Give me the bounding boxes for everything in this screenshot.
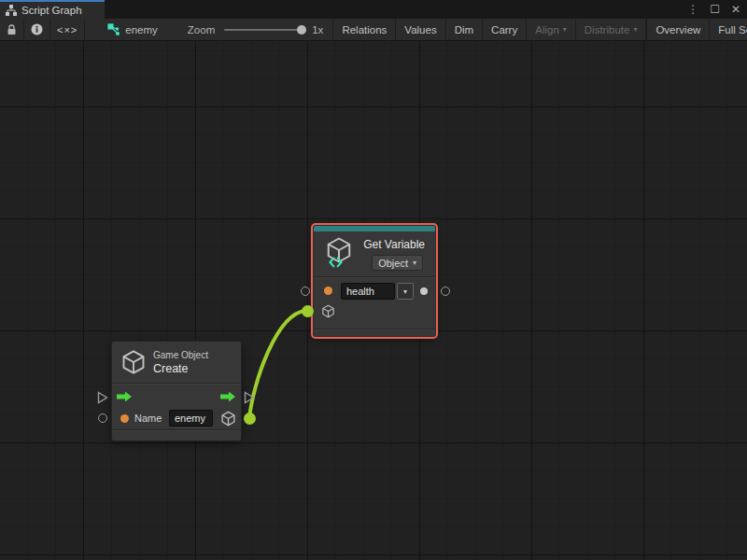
node-divider [314, 276, 435, 277]
node-title: Get Variable [363, 238, 425, 251]
lock-icon [7, 24, 17, 35]
zoom-slider-handle[interactable] [297, 25, 306, 35]
node-category: Game Object [153, 350, 208, 360]
graph-asset-icon [107, 23, 120, 35]
window-controls: ⋮ ☐ ✕ [687, 0, 740, 19]
flow-input-arrow-icon[interactable] [117, 391, 133, 402]
name-value-port[interactable] [120, 414, 129, 423]
variable-scope-dropdown[interactable]: Object ▾ [372, 255, 423, 271]
flow-output-arrow-icon[interactable] [220, 391, 236, 402]
close-icon[interactable]: ✕ [731, 0, 740, 19]
variable-accent-strip [314, 226, 435, 231]
name-port-label: Name [134, 413, 162, 424]
tab-script-graph[interactable]: Script Graph [0, 0, 105, 19]
relations-button[interactable]: Relations [333, 19, 396, 40]
node-create-game-object[interactable]: Game Object Create Name [112, 342, 241, 441]
info-button[interactable] [24, 19, 50, 40]
variable-name-field[interactable]: health [341, 283, 395, 300]
graph-canvas[interactable]: Game Object Create Name [0, 41, 747, 560]
node-get-variable[interactable]: Get Variable Object ▾ health ▾ [314, 226, 435, 336]
script-graph-window: Script Graph ⋮ ☐ ✕ <×> [0, 0, 747, 560]
flow-input-port[interactable] [97, 391, 108, 404]
node-divider [112, 383, 241, 384]
distribute-button[interactable]: Distribute▾ [576, 19, 647, 40]
value-output-port[interactable] [441, 287, 450, 296]
fullscreen-button[interactable]: Full Screen [710, 19, 747, 40]
align-button[interactable]: Align▾ [527, 19, 576, 40]
titlebar: Script Graph ⋮ ☐ ✕ [0, 0, 747, 19]
code-brackets-icon: <×> [57, 24, 78, 35]
object-input-cube-icon[interactable] [321, 304, 335, 318]
info-icon [31, 23, 43, 35]
game-object-output-cube-icon[interactable] [220, 411, 236, 427]
name-input-field[interactable] [169, 410, 213, 427]
chevron-down-icon: ▾ [413, 259, 416, 267]
overview-button[interactable]: Overview [646, 19, 710, 40]
graph-breadcrumb[interactable]: enemy [98, 19, 167, 40]
chevron-down-icon: ▾ [403, 287, 407, 296]
chevron-down-icon: ▾ [633, 25, 637, 34]
zoom-label: Zoom [188, 24, 215, 35]
node-footer-divider [112, 429, 241, 430]
carry-button[interactable]: Carry [483, 19, 527, 40]
chevron-down-icon: ▾ [563, 25, 567, 34]
code-angle-icon [328, 257, 344, 268]
value-output-dot[interactable] [420, 287, 428, 295]
graph-toolbar: <×> enemy Zoom 1x Relations Values Di [0, 19, 747, 41]
zoom-value: 1x [312, 24, 323, 35]
flow-output-port[interactable] [244, 391, 255, 404]
node-title: Create [153, 362, 189, 375]
variable-name-dropdown-button[interactable]: ▾ [397, 283, 414, 300]
node-footer-divider [314, 329, 435, 329]
variable-name-value-port[interactable] [324, 287, 332, 295]
lock-button[interactable] [0, 19, 24, 40]
name-input-port[interactable] [98, 413, 107, 423]
variable-name-input-port[interactable] [301, 287, 310, 296]
game-object-cube-icon [120, 349, 147, 375]
more-menu-icon[interactable]: ⋮ [687, 0, 698, 19]
values-button[interactable]: Values [396, 19, 445, 40]
object-input-port-connected[interactable] [302, 305, 314, 317]
zoom-control: Zoom 1x [188, 19, 333, 40]
code-view-button[interactable]: <×> [50, 19, 85, 40]
tab-title: Script Graph [21, 5, 82, 16]
graph-name: enemy [125, 24, 158, 35]
zoom-slider[interactable] [224, 29, 304, 31]
maximize-icon[interactable]: ☐ [710, 0, 720, 19]
dim-button[interactable]: Dim [446, 19, 483, 40]
connection-wire[interactable] [249, 311, 305, 418]
script-graph-icon [6, 5, 17, 16]
game-object-output-port-connected[interactable] [244, 413, 256, 425]
